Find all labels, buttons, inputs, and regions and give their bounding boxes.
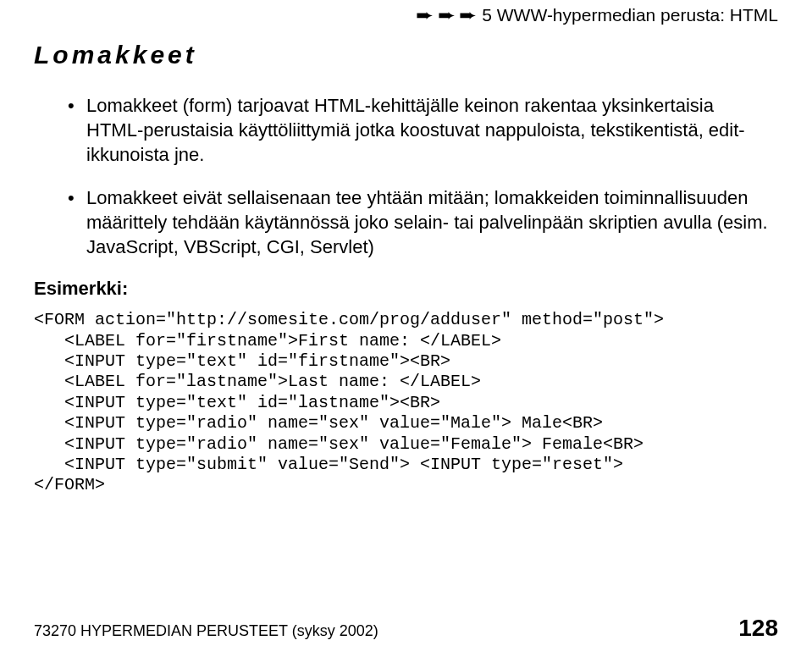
example-heading: Esimerkki:: [34, 278, 778, 300]
bullet-list: Lomakkeet (form) tarjoavat HTML-kehittäj…: [68, 93, 770, 259]
page-container: ➨ ➨ ➨ 5 WWW-hypermedian perusta: HTML Lo…: [0, 0, 812, 657]
list-item: Lomakkeet (form) tarjoavat HTML-kehittäj…: [68, 93, 770, 167]
section-title: Lomakkeet: [34, 41, 778, 69]
arrow-right-icon: ➨: [416, 5, 434, 25]
arrow-right-icon: ➨: [438, 5, 456, 25]
breadcrumb: ➨ ➨ ➨ 5 WWW-hypermedian perusta: HTML: [34, 5, 778, 25]
page-number: 128: [738, 615, 778, 642]
bullet-text: Lomakkeet (form) tarjoavat HTML-kehittäj…: [86, 95, 745, 165]
breadcrumb-text: 5 WWW-hypermedian perusta: HTML: [482, 5, 778, 25]
footer: 73270 HYPERMEDIAN PERUSTEET (syksy 2002)…: [34, 615, 778, 642]
arrow-right-icon: ➨: [460, 5, 478, 25]
list-item: Lomakkeet eivät sellaisenaan tee yhtään …: [68, 185, 770, 259]
footer-text: 73270 HYPERMEDIAN PERUSTEET (syksy 2002): [34, 622, 378, 640]
code-block: <FORM action="http://somesite.com/prog/a…: [34, 310, 778, 496]
bullet-text: Lomakkeet eivät sellaisenaan tee yhtään …: [86, 187, 768, 257]
